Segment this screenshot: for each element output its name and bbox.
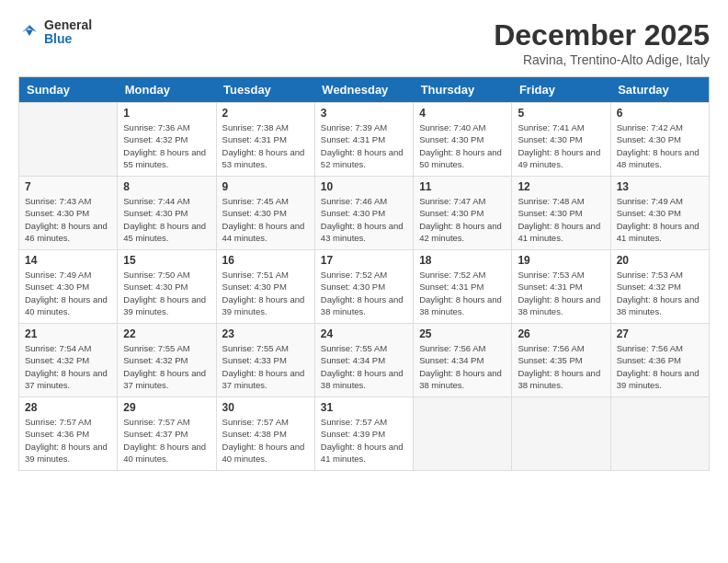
day-info: Sunrise: 7:44 AMSunset: 4:30 PMDaylight:… [123,195,210,244]
day-info: Sunrise: 7:57 AMSunset: 4:39 PMDaylight:… [321,416,407,465]
calendar-table: Sunday Monday Tuesday Wednesday Thursday… [18,76,710,471]
calendar-cell [414,397,512,471]
calendar-cell: 29Sunrise: 7:57 AMSunset: 4:37 PMDayligh… [118,397,216,471]
day-number: 25 [419,327,506,340]
day-info: Sunrise: 7:56 AMSunset: 4:35 PMDaylight:… [518,342,604,391]
day-number: 1 [123,107,210,120]
day-info: Sunrise: 7:57 AMSunset: 4:38 PMDaylight:… [222,416,309,465]
calendar-cell: 7Sunrise: 7:43 AMSunset: 4:30 PMDaylight… [19,177,118,250]
day-info: Sunrise: 7:42 AMSunset: 4:30 PMDaylight:… [617,121,703,170]
day-number: 12 [518,180,604,193]
header-friday: Friday [512,77,610,103]
day-number: 7 [25,180,111,193]
calendar-cell: 26Sunrise: 7:56 AMSunset: 4:35 PMDayligh… [512,324,610,397]
calendar-cell: 15Sunrise: 7:50 AMSunset: 4:30 PMDayligh… [118,250,216,324]
day-number: 14 [25,254,111,267]
logo: General Blue [18,18,92,47]
day-info: Sunrise: 7:41 AMSunset: 4:30 PMDaylight:… [518,121,604,170]
day-number: 18 [419,254,506,267]
day-info: Sunrise: 7:43 AMSunset: 4:30 PMDaylight:… [25,195,111,244]
day-info: Sunrise: 7:39 AMSunset: 4:31 PMDaylight:… [321,121,407,170]
title-section: December 2025 Ravina, Trentino-Alto Adig… [494,18,710,67]
logo-icon [18,21,40,43]
calendar-cell: 22Sunrise: 7:55 AMSunset: 4:32 PMDayligh… [118,324,216,397]
calendar-cell: 4Sunrise: 7:40 AMSunset: 4:30 PMDaylight… [414,103,512,177]
day-info: Sunrise: 7:46 AMSunset: 4:30 PMDaylight:… [321,195,407,244]
day-info: Sunrise: 7:49 AMSunset: 4:30 PMDaylight:… [617,195,703,244]
calendar-cell: 28Sunrise: 7:57 AMSunset: 4:36 PMDayligh… [19,397,118,471]
day-number: 3 [321,107,407,120]
calendar-cell: 19Sunrise: 7:53 AMSunset: 4:31 PMDayligh… [512,250,610,324]
day-info: Sunrise: 7:52 AMSunset: 4:31 PMDaylight:… [419,269,506,317]
calendar-cell: 2Sunrise: 7:38 AMSunset: 4:31 PMDaylight… [216,103,314,177]
calendar-cell: 16Sunrise: 7:51 AMSunset: 4:30 PMDayligh… [216,250,314,324]
calendar-subtitle: Ravina, Trentino-Alto Adige, Italy [494,52,710,67]
day-number: 30 [222,401,309,414]
day-number: 17 [321,254,407,267]
day-number: 5 [518,107,604,120]
logo-line2: Blue [44,32,92,46]
day-info: Sunrise: 7:56 AMSunset: 4:36 PMDaylight:… [617,342,703,391]
day-number: 8 [123,180,210,193]
header-wednesday: Wednesday [314,77,413,103]
day-number: 6 [617,107,703,120]
day-number: 28 [25,401,111,414]
calendar-cell: 27Sunrise: 7:56 AMSunset: 4:36 PMDayligh… [610,324,709,397]
day-info: Sunrise: 7:57 AMSunset: 4:37 PMDaylight:… [123,416,210,465]
day-number: 23 [222,327,309,340]
calendar-title: December 2025 [494,18,710,52]
day-info: Sunrise: 7:53 AMSunset: 4:32 PMDaylight:… [617,269,703,317]
header-tuesday: Tuesday [216,77,314,103]
calendar-cell: 3Sunrise: 7:39 AMSunset: 4:31 PMDaylight… [314,103,413,177]
day-info: Sunrise: 7:49 AMSunset: 4:30 PMDaylight:… [25,269,111,317]
calendar-cell: 23Sunrise: 7:55 AMSunset: 4:33 PMDayligh… [216,324,314,397]
day-info: Sunrise: 7:52 AMSunset: 4:30 PMDaylight:… [321,269,407,317]
calendar-cell: 17Sunrise: 7:52 AMSunset: 4:30 PMDayligh… [314,250,413,324]
day-number: 13 [617,180,703,193]
day-number: 20 [617,254,703,267]
calendar-week-row: 14Sunrise: 7:49 AMSunset: 4:30 PMDayligh… [19,250,710,324]
day-number: 26 [518,327,604,340]
calendar-cell: 14Sunrise: 7:49 AMSunset: 4:30 PMDayligh… [19,250,118,324]
day-info: Sunrise: 7:55 AMSunset: 4:33 PMDaylight:… [222,342,309,391]
calendar-cell: 8Sunrise: 7:44 AMSunset: 4:30 PMDaylight… [118,177,216,250]
day-number: 15 [123,254,210,267]
logo-line1: General [44,18,92,32]
day-number: 21 [25,327,111,340]
day-number: 11 [419,180,506,193]
calendar-week-row: 7Sunrise: 7:43 AMSunset: 4:30 PMDaylight… [19,177,710,250]
header-thursday: Thursday [414,77,512,103]
calendar-cell: 25Sunrise: 7:56 AMSunset: 4:34 PMDayligh… [414,324,512,397]
header-sunday: Sunday [19,77,118,103]
calendar-week-row: 1Sunrise: 7:36 AMSunset: 4:32 PMDaylight… [19,103,710,177]
day-info: Sunrise: 7:56 AMSunset: 4:34 PMDaylight:… [419,342,506,391]
day-number: 9 [222,180,309,193]
day-number: 2 [222,107,309,120]
calendar-cell: 21Sunrise: 7:54 AMSunset: 4:32 PMDayligh… [19,324,118,397]
calendar-cell: 31Sunrise: 7:57 AMSunset: 4:39 PMDayligh… [314,397,413,471]
logo-text: General Blue [44,18,92,47]
day-number: 4 [419,107,506,120]
day-number: 24 [321,327,407,340]
calendar-cell [610,397,709,471]
day-info: Sunrise: 7:45 AMSunset: 4:30 PMDaylight:… [222,195,309,244]
calendar-cell [512,397,610,471]
day-info: Sunrise: 7:36 AMSunset: 4:32 PMDaylight:… [123,121,210,170]
day-info: Sunrise: 7:47 AMSunset: 4:30 PMDaylight:… [419,195,506,244]
weekday-header-row: Sunday Monday Tuesday Wednesday Thursday… [19,77,710,103]
day-info: Sunrise: 7:54 AMSunset: 4:32 PMDaylight:… [25,342,111,391]
day-number: 19 [518,254,604,267]
header-monday: Monday [118,77,216,103]
calendar-cell: 9Sunrise: 7:45 AMSunset: 4:30 PMDaylight… [216,177,314,250]
calendar-cell: 20Sunrise: 7:53 AMSunset: 4:32 PMDayligh… [610,250,709,324]
day-number: 29 [123,401,210,414]
calendar-cell: 30Sunrise: 7:57 AMSunset: 4:38 PMDayligh… [216,397,314,471]
calendar-cell: 1Sunrise: 7:36 AMSunset: 4:32 PMDaylight… [118,103,216,177]
calendar-cell: 10Sunrise: 7:46 AMSunset: 4:30 PMDayligh… [314,177,413,250]
day-number: 16 [222,254,309,267]
day-info: Sunrise: 7:57 AMSunset: 4:36 PMDaylight:… [25,416,111,465]
day-info: Sunrise: 7:50 AMSunset: 4:30 PMDaylight:… [123,269,210,317]
calendar-cell: 13Sunrise: 7:49 AMSunset: 4:30 PMDayligh… [610,177,709,250]
calendar-cell [19,103,118,177]
calendar-cell: 18Sunrise: 7:52 AMSunset: 4:31 PMDayligh… [414,250,512,324]
